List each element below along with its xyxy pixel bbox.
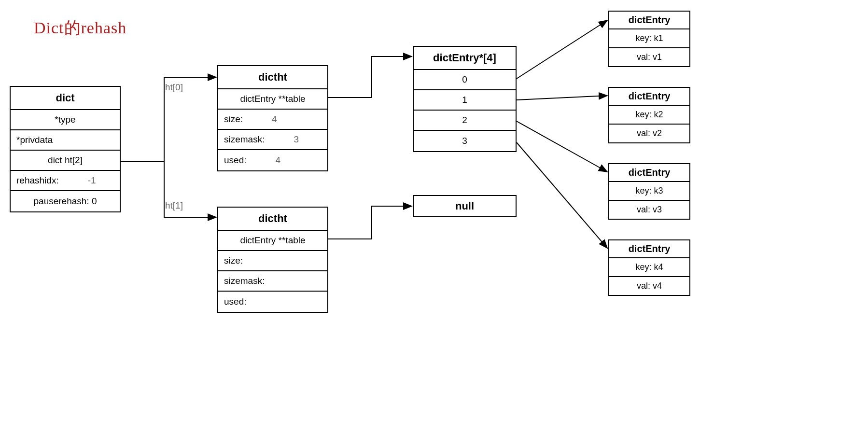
dictht0-size-label: size: (224, 114, 243, 125)
entry-array: dictEntry*[4] 0 1 2 3 (413, 46, 517, 152)
dictht0-used-label: used: (224, 155, 246, 166)
dict-rehashidx-value: -1 (88, 175, 96, 186)
dictht1-header: dictht (218, 208, 327, 231)
edge-label-ht1: ht[1] (165, 200, 183, 211)
dictht1-sizemask-label: sizemask: (224, 276, 265, 286)
dictht1-used: used: (218, 292, 327, 312)
dictht1-table: dictEntry **table (218, 231, 327, 251)
dict-entry-4-header: dictEntry (609, 240, 689, 258)
dict-entry-4: dictEntry key: k4 val: v4 (608, 239, 690, 296)
dict-entry-3-header: dictEntry (609, 164, 689, 182)
dict-entry-1: dictEntry key: k1 val: v1 (608, 11, 690, 67)
dict-entry-3-key: key: k3 (609, 182, 689, 201)
dict-entry-1-header: dictEntry (609, 12, 689, 29)
dictht0-used: used: 4 (218, 150, 327, 170)
dictht0-size-value: 4 (272, 114, 277, 125)
dict-pauserehash: pauserehash: 0 (11, 191, 120, 211)
dict-entry-2-val: val: v2 (609, 125, 689, 142)
dictht0-sizemask-label: sizemask: (224, 134, 265, 145)
dictht0-table: dictEntry **table (218, 89, 327, 110)
dict-entry-2-header: dictEntry (609, 88, 689, 106)
dict-entry-4-val: val: v4 (609, 277, 689, 295)
entry-array-slot-2: 2 (414, 111, 516, 131)
dict-privdata: *privdata (11, 130, 120, 151)
diagram-title: Dict的rehash (34, 17, 126, 39)
entry-array-slot-0: 0 (414, 70, 516, 90)
dictht1-size: size: (218, 251, 327, 271)
dict-entry-4-key: key: k4 (609, 258, 689, 277)
entry-array-slot-3: 3 (414, 131, 516, 151)
dict-entry-1-val: val: v1 (609, 48, 689, 66)
edge-label-ht0: ht[0] (165, 82, 183, 93)
dictht1-sizemask: sizemask: (218, 271, 327, 292)
dict-entry-3: dictEntry key: k3 val: v3 (608, 163, 690, 220)
dict-ht: dict ht[2] (11, 151, 120, 171)
dict-rehashidx: rehashidx: -1 (11, 171, 120, 191)
dictht1-size-label: size: (224, 255, 243, 266)
null-pointer: null (413, 195, 517, 217)
dict-header: dict (11, 87, 120, 110)
dict-entry-2: dictEntry key: k2 val: v2 (608, 87, 690, 143)
dictht1-struct: dictht dictEntry **table size: sizemask:… (217, 207, 328, 313)
dict-entry-1-key: key: k1 (609, 29, 689, 48)
dictht1-used-label: used: (224, 296, 246, 307)
dict-entry-3-val: val: v3 (609, 201, 689, 219)
dict-rehashidx-label: rehashidx: (16, 175, 59, 186)
dictht0-struct: dictht dictEntry **table size: 4 sizemas… (217, 65, 328, 171)
dict-type: *type (11, 110, 120, 130)
dictht0-size: size: 4 (218, 110, 327, 130)
dict-struct: dict *type *privdata dict ht[2] rehashid… (10, 86, 121, 212)
entry-array-slot-1: 1 (414, 90, 516, 111)
dictht0-sizemask-value: 3 (294, 134, 299, 145)
dictht0-sizemask: sizemask: 3 (218, 130, 327, 150)
dictht0-used-value: 4 (275, 155, 280, 166)
dictht0-header: dictht (218, 66, 327, 89)
dict-entry-2-key: key: k2 (609, 106, 689, 125)
entry-array-header: dictEntry*[4] (414, 47, 516, 70)
